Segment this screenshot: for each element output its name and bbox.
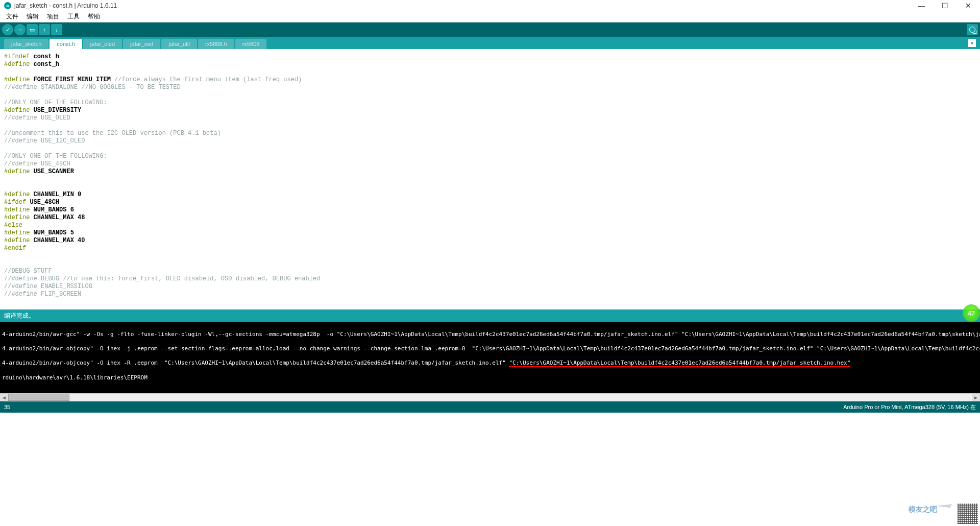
new-sketch-button[interactable]: ▭	[27, 24, 38, 35]
menu-sketch[interactable]: 项目	[43, 12, 63, 21]
scroll-left-button[interactable]: ◄	[0, 394, 8, 402]
tab-bar: jafar_sketch const.h jafar_oled jafar_os…	[0, 37, 980, 49]
check-icon: ✓	[6, 27, 10, 33]
watermark-logo: 模友之吧	[909, 501, 954, 517]
serial-monitor-icon	[969, 27, 975, 33]
save-sketch-button[interactable]: ↓	[51, 24, 62, 35]
board-info: Arduino Pro or Pro Mini, ATmega328 (5V, …	[843, 403, 976, 411]
verify-button[interactable]: ✓	[2, 24, 13, 35]
arrow-up-icon: ↑	[43, 27, 46, 33]
console-line: 4-arduino2/bin/avr-objcopy" -O ihex -j .…	[2, 345, 978, 352]
close-button[interactable]: ✕	[957, 0, 980, 11]
scroll-right-button[interactable]: ►	[972, 394, 980, 402]
minimize-button[interactable]: —	[910, 0, 933, 11]
arduino-logo-icon: ∞	[4, 2, 11, 9]
hex-path-highlight: "C:\Users\GAOZHI~1\AppData\Local\Temp\bu…	[509, 360, 850, 367]
tab-menu-dropdown[interactable]: ▾	[968, 39, 976, 47]
bottom-status-bar: 35 Arduino Pro or Pro Mini, ATmega328 (5…	[0, 401, 980, 413]
tab-rx5808-h[interactable]: rx5808.h	[198, 39, 234, 49]
tab-jafar-oled[interactable]: jafar_oled	[83, 39, 122, 49]
console-line: 4-arduino2/bin/avr-gcc" -w -Os -g -flto …	[2, 331, 978, 338]
toolbar: ✓ → ▭ ↑ ↓	[0, 22, 980, 37]
tab-rx5808[interactable]: rx5808	[235, 39, 267, 49]
code-content: #ifndef const_h #define const_h #define …	[0, 49, 980, 302]
open-sketch-button[interactable]: ↑	[39, 24, 50, 35]
title-bar: ∞ jafar_sketch - const.h | Arduino 1.6.1…	[0, 0, 980, 11]
watermark-qrcode-icon	[957, 503, 979, 525]
compile-status-bar: 编译完成。	[0, 309, 980, 322]
maximize-button[interactable]: ☐	[933, 0, 957, 11]
menu-file[interactable]: 文件	[2, 12, 22, 21]
console-line: 4-arduino2/bin/avr-objcopy" -O ihex -R .…	[2, 360, 978, 367]
menu-help[interactable]: 帮助	[84, 12, 104, 21]
upload-button[interactable]: →	[14, 24, 26, 35]
scroll-track[interactable]	[8, 394, 972, 402]
scroll-thumb[interactable]	[8, 394, 69, 401]
chevron-down-icon: ▾	[971, 40, 973, 46]
compile-status-text: 编译完成。	[4, 312, 35, 320]
code-editor[interactable]: #ifndef const_h #define const_h #define …	[0, 49, 980, 309]
serial-monitor-button[interactable]	[967, 24, 978, 35]
arrow-right-icon: →	[17, 27, 23, 33]
menu-tools[interactable]: 工具	[63, 12, 84, 21]
tab-jafar-util[interactable]: jafar_util	[161, 39, 197, 49]
svg-text:模友之吧: 模友之吧	[909, 505, 938, 513]
tab-jafar-osd[interactable]: jafar_osd	[123, 39, 160, 49]
menu-bar: 文件 编辑 项目 工具 帮助	[0, 11, 980, 22]
file-icon: ▭	[30, 27, 35, 33]
console-line: rduino\hardware\avr\1.6.18\libraries\EEP…	[2, 374, 978, 381]
horizontal-scrollbar[interactable]: ◄ ►	[0, 393, 980, 401]
tab-const-h[interactable]: const.h	[50, 39, 82, 49]
arrow-down-icon: ↓	[55, 27, 58, 33]
tab-jafar-sketch[interactable]: jafar_sketch	[4, 39, 48, 49]
menu-edit[interactable]: 编辑	[22, 12, 43, 21]
line-number: 35	[4, 404, 10, 410]
console-output[interactable]: 4-arduino2/bin/avr-gcc" -w -Os -g -flto …	[0, 322, 980, 393]
window-title: jafar_sketch - const.h | Arduino 1.6.11	[14, 2, 117, 9]
